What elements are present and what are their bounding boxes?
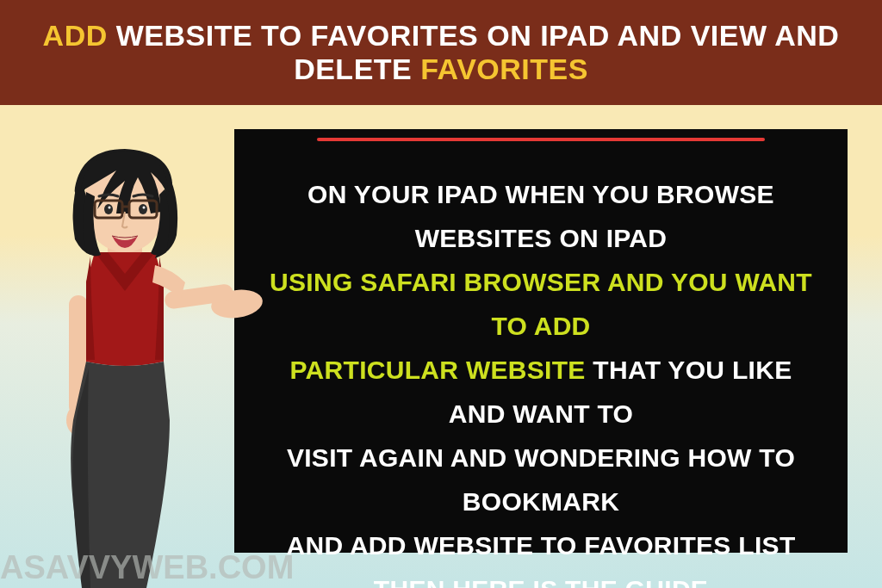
svg-point-13 [109, 207, 111, 209]
header-word-favorites: FAVORITES [420, 53, 588, 85]
accent-divider [317, 138, 765, 141]
presenter-illustration [4, 110, 271, 588]
content-text-block: ON YOUR IPAD WHEN YOU BROWSE WEBSITES ON… [260, 172, 822, 588]
content-line-5: AND ADD WEBSITE TO FAVORITES LIST [286, 531, 795, 560]
content-line-3a: PARTICULAR WEBSITE [290, 356, 586, 384]
site-watermark: ASAVVYWEB.COM [0, 549, 294, 586]
header-banner: ADD WEBSITE TO FAVORITES ON IPAD AND VIE… [0, 0, 882, 105]
svg-point-11 [104, 204, 113, 214]
content-line-6: THEN HERE IS THE GUIDE [374, 575, 708, 588]
svg-point-14 [143, 207, 146, 209]
svg-point-12 [139, 204, 147, 214]
content-line-2: USING SAFARI BROWSER AND YOU WANT TO ADD [270, 268, 812, 340]
content-line-4: VISIT AGAIN AND WONDERING HOW TO BOOKMAR… [287, 443, 795, 516]
content-panel: ON YOUR IPAD WHEN YOU BROWSE WEBSITES ON… [234, 129, 848, 553]
content-line-1: ON YOUR IPAD WHEN YOU BROWSE WEBSITES ON… [307, 180, 774, 252]
header-word-add: ADD [43, 19, 108, 52]
